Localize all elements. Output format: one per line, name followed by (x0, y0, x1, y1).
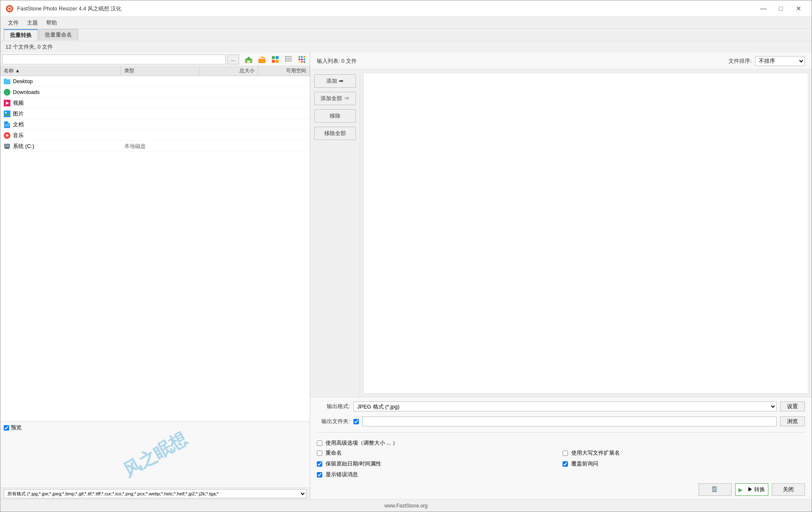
file-list-header: 名称 ▲ 类型 总大小 可用空间 (0, 66, 310, 76)
header-size[interactable]: 总大小 (200, 66, 258, 76)
menu-file[interactable]: 文件 (4, 17, 23, 28)
input-list-label: 输入列表: 0 文件 (317, 57, 357, 65)
svg-rect-10 (272, 60, 275, 63)
icon-button[interactable] (698, 483, 732, 496)
view-list-button[interactable] (269, 54, 281, 65)
list-item[interactable]: Desktop (0, 76, 310, 87)
svg-rect-20 (304, 56, 305, 58)
svg-rect-6 (259, 59, 265, 63)
header-space[interactable]: 可用空间 (258, 66, 310, 76)
svg-rect-26 (304, 61, 305, 63)
sort-label: 文件排序: (728, 57, 752, 65)
overwrite-checkbox[interactable] (563, 461, 568, 467)
watermark: 风之眠想 (119, 427, 191, 482)
uppercase-row: 使用大写文件扩展名 (563, 449, 805, 457)
tab-batch-rename[interactable]: 批量重命名 (39, 29, 78, 40)
svg-rect-9 (276, 56, 279, 59)
list-item[interactable]: 视频 (0, 98, 310, 108)
svg-rect-16 (285, 60, 286, 62)
tab-toolbar: 批量转换 批量重命名 (0, 29, 812, 41)
add-button[interactable]: 添加 ➡ (314, 74, 356, 88)
overwrite-row: 覆盖前询问 (563, 460, 805, 468)
close-button[interactable]: ✕ (790, 2, 807, 15)
svg-rect-17 (287, 60, 292, 62)
file-list[interactable]: Desktop ↓ Downloads (0, 76, 310, 421)
output-folder-row: 输出文件夹: 浏览 (317, 416, 805, 427)
settings-button[interactable]: 设置 (780, 401, 805, 411)
remove-button[interactable]: 移除 (314, 109, 356, 123)
menu-theme[interactable]: 主题 (23, 17, 42, 28)
up-folder-button[interactable] (242, 54, 255, 65)
path-input[interactable] (2, 54, 226, 64)
add-all-button[interactable]: 添加全部 ⇒ (314, 92, 356, 105)
view-thumb-button[interactable] (296, 54, 308, 65)
menu-help[interactable]: 帮助 (42, 17, 61, 28)
svg-rect-25 (301, 61, 303, 63)
output-folder-checkbox[interactable] (353, 419, 359, 424)
convert-area: ▶ ▶ 转换 关闭 (317, 483, 805, 496)
action-buttons: 添加 ➡ 添加全部 ⇒ 移除 移除全部 (310, 69, 360, 397)
browse-button[interactable]: 浏览 (780, 416, 805, 426)
drive-icon (4, 143, 10, 150)
svg-rect-12 (285, 56, 286, 57)
output-folder-input[interactable] (362, 416, 777, 426)
divider (317, 432, 805, 433)
list-item[interactable]: 音乐 (0, 130, 310, 141)
output-format-select[interactable]: JPEG 格式 (*.jpg) PNG 格式 (*.png) BMP 格式 (*… (353, 401, 777, 411)
restore-button[interactable]: □ (773, 2, 789, 15)
folder-icon (4, 78, 10, 85)
header-name[interactable]: 名称 ▲ (0, 66, 121, 76)
show-error-row: 显示错误消息 (317, 471, 559, 478)
svg-marker-7 (264, 57, 265, 59)
svg-point-32 (5, 112, 7, 113)
list-item[interactable]: 图片 (0, 108, 310, 119)
list-item[interactable]: 系统 (C:) 本地磁盘 (0, 141, 310, 152)
keep-date-checkbox[interactable] (317, 461, 322, 467)
svg-rect-15 (287, 58, 292, 59)
window-controls: — □ ✕ (755, 2, 807, 15)
svg-rect-31 (4, 111, 10, 117)
bottom-filter: 所有格式 (*.jpg;*.jpe;*.jpeg;*.bmp;*.gif;*.t… (0, 487, 310, 499)
advanced-checkbox[interactable] (317, 441, 322, 446)
uppercase-checkbox[interactable] (563, 450, 568, 456)
download-icon: ↓ (4, 89, 10, 96)
output-format-row: 输出格式: JPEG 格式 (*.jpg) PNG 格式 (*.png) BMP… (317, 401, 805, 412)
rename-row: 重命名 (317, 449, 559, 457)
svg-rect-40 (5, 145, 9, 147)
titlebar: FastStone Photo Resizer 4.4 风之眠想 汉化 — □ … (0, 0, 812, 17)
view-detail-button[interactable] (282, 54, 295, 65)
svg-rect-21 (299, 59, 300, 60)
refresh-button[interactable] (256, 54, 268, 65)
doc-icon (4, 121, 10, 128)
svg-rect-19 (301, 56, 303, 58)
tab-batch-convert[interactable]: 批量转换 (4, 29, 38, 41)
options-grid: 重命名 使用大写文件扩展名 保留原始日期/时间属性 覆盖前询问 (317, 449, 805, 478)
rename-checkbox[interactable] (317, 450, 322, 456)
path-ellipsis-button[interactable]: ... (227, 54, 239, 64)
list-item[interactable]: ↓ Downloads (0, 87, 310, 98)
keep-date-row: 保留原始日期/时间属性 (317, 460, 559, 468)
left-panel: ... (0, 53, 310, 499)
header-type[interactable]: 类型 (121, 66, 200, 76)
svg-rect-24 (299, 61, 300, 63)
remove-all-button[interactable]: 移除全部 (314, 127, 356, 140)
svg-rect-8 (272, 56, 275, 59)
format-filter-select[interactable]: 所有格式 (*.jpg;*.jpe;*.jpeg;*.bmp;*.gif;*.t… (4, 489, 306, 498)
image-icon (4, 111, 10, 117)
preview-checkbox[interactable] (4, 425, 9, 431)
path-bar: ... (0, 53, 310, 66)
music-icon (4, 132, 10, 139)
list-item[interactable]: 文档 (0, 119, 310, 130)
show-error-checkbox[interactable] (317, 472, 322, 478)
file-count-status: 12 个文件夹, 0 文件 (0, 41, 812, 53)
input-file-list[interactable] (363, 73, 808, 394)
convert-button[interactable]: ▶ ▶ 转换 (735, 483, 768, 496)
minimize-button[interactable]: — (755, 2, 772, 15)
svg-rect-18 (299, 56, 300, 58)
video-icon (4, 100, 10, 106)
sort-select[interactable]: 不排序 按名称 按大小 按日期 (755, 56, 805, 66)
right-panel: 输入列表: 0 文件 文件排序: 不排序 按名称 按大小 按日期 添加 ➡ 添加… (310, 53, 812, 499)
menubar: 文件 主题 帮助 (0, 17, 812, 29)
toolbar-icons (242, 54, 308, 65)
close-button[interactable]: 关闭 (772, 483, 805, 496)
